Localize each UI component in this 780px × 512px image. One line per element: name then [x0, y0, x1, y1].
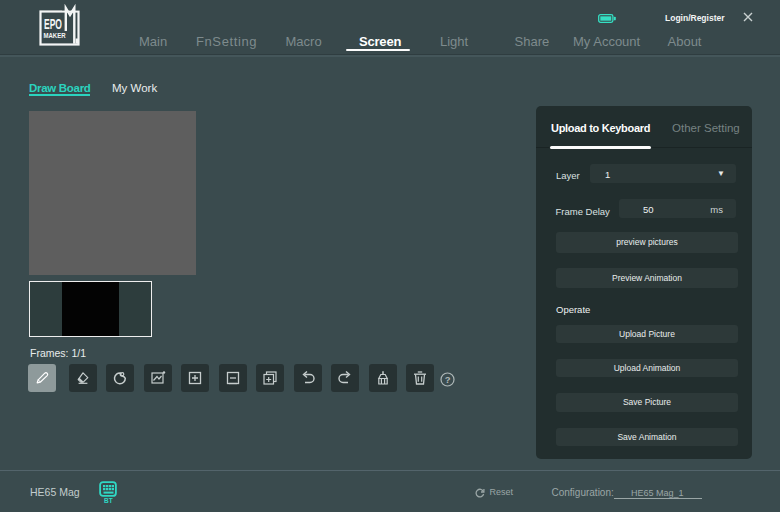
svg-text:EPO: EPO [44, 16, 62, 32]
svg-text:?: ? [445, 374, 451, 385]
svg-text:MAKER: MAKER [44, 31, 66, 40]
